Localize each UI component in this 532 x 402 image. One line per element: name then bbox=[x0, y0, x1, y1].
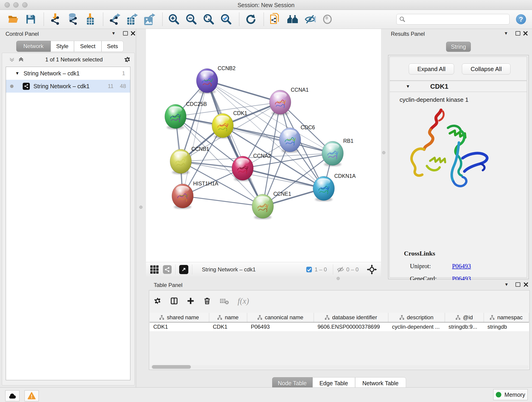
column-header[interactable]: shared name bbox=[150, 313, 209, 322]
column-header[interactable]: description bbox=[388, 313, 445, 322]
table-panel-menu-icon[interactable]: ▾ bbox=[505, 282, 508, 287]
network-node-cdkn1a[interactable]: CDKN1A bbox=[313, 173, 356, 201]
protein-structure-image bbox=[405, 106, 496, 195]
expand-all-button[interactable]: Expand All bbox=[409, 64, 454, 75]
results-panel-menu-icon[interactable]: ▾ bbox=[505, 31, 507, 36]
network-node-cdk1[interactable]: CDK1 bbox=[212, 110, 247, 139]
refresh-view-icon[interactable] bbox=[244, 13, 257, 26]
zoom-selected-icon[interactable] bbox=[220, 13, 233, 26]
search-input[interactable] bbox=[405, 16, 502, 23]
tab-style[interactable]: Style bbox=[51, 41, 74, 52]
import-table-icon[interactable] bbox=[84, 13, 96, 26]
columns-icon[interactable] bbox=[170, 297, 178, 305]
export-network-icon[interactable] bbox=[108, 13, 121, 26]
table-cell[interactable]: cyclin-dependent ... bbox=[388, 322, 445, 331]
network-graph[interactable]: CCNB2CCNA1CDC25BCDK1CDC6RB1CCNB1CCNA2CDK… bbox=[146, 29, 381, 262]
column-header[interactable]: canonical name bbox=[247, 313, 314, 322]
network-tree: ▼ String Network – cdk1 1 String Network… bbox=[6, 67, 130, 380]
gene-name: CDK1 bbox=[430, 83, 448, 90]
network-edge[interactable] bbox=[207, 81, 280, 102]
collapse-all-button[interactable]: Collapse All bbox=[462, 64, 510, 75]
warnings-button[interactable] bbox=[25, 390, 39, 401]
network-node-ccnb2[interactable]: CCNB2 bbox=[196, 65, 235, 94]
zoom-out-icon[interactable] bbox=[185, 13, 198, 26]
delete-column-icon[interactable] bbox=[203, 297, 211, 305]
network-collection-row[interactable]: ▼ String Network – cdk1 1 bbox=[6, 67, 130, 80]
results-panel-float-icon[interactable] bbox=[515, 31, 520, 36]
tab-network[interactable]: Network bbox=[16, 41, 51, 52]
add-column-icon[interactable] bbox=[187, 297, 195, 305]
network-node-rb1[interactable]: RB1 bbox=[322, 138, 354, 166]
control-panel-float-icon[interactable] bbox=[123, 31, 128, 36]
tab-sets[interactable]: Sets bbox=[101, 41, 123, 52]
hidden-eye-slash-icon[interactable] bbox=[337, 266, 344, 273]
selected-checkbox-icon[interactable] bbox=[306, 266, 312, 273]
network-view-canvas[interactable]: CCNB2CCNA1CDC25BCDK1CDC6RB1CCNB1CCNA2CDK… bbox=[146, 29, 381, 262]
table-header-row: shared namenamecanonical namedatabase id… bbox=[150, 313, 529, 322]
column-header[interactable]: @id bbox=[445, 313, 484, 322]
string-home-icon[interactable] bbox=[286, 13, 299, 26]
toolbar-separator bbox=[44, 13, 44, 26]
table-cell[interactable]: stringdb:9... bbox=[445, 322, 484, 331]
export-image-icon[interactable] bbox=[143, 13, 156, 26]
detach-view-icon[interactable] bbox=[179, 265, 188, 274]
delete-table-icon[interactable] bbox=[220, 297, 229, 305]
show-eye-icon[interactable] bbox=[321, 13, 334, 26]
branch-icon bbox=[258, 315, 262, 320]
network-edge[interactable] bbox=[223, 126, 333, 153]
branch-icon bbox=[159, 315, 164, 320]
column-header[interactable]: database identifier bbox=[314, 313, 388, 322]
toolbar-separator bbox=[264, 13, 264, 26]
table-cell[interactable]: P06493 bbox=[247, 322, 314, 331]
zoom-fit-icon[interactable] bbox=[202, 13, 215, 26]
collapse-all-icon[interactable] bbox=[9, 57, 15, 63]
zoom-in-icon[interactable] bbox=[167, 13, 180, 26]
table-horizontal-scrollbar[interactable] bbox=[151, 365, 529, 369]
column-header[interactable]: name bbox=[209, 313, 247, 322]
save-session-icon[interactable] bbox=[24, 13, 37, 26]
help-icon[interactable]: ? bbox=[516, 14, 526, 24]
scrollbar-thumb[interactable] bbox=[152, 365, 191, 369]
table-cell[interactable]: CDK1 bbox=[209, 322, 247, 331]
collection-expand-icon[interactable]: ▼ bbox=[15, 71, 19, 76]
control-panel-menu-icon[interactable]: ▾ bbox=[112, 31, 115, 36]
table-panel-float-icon[interactable] bbox=[515, 282, 520, 287]
column-header[interactable]: namespac bbox=[484, 313, 529, 322]
grid-view-icon[interactable] bbox=[150, 265, 159, 274]
left-splitter-handle[interactable] bbox=[139, 206, 143, 209]
network-edge[interactable] bbox=[183, 196, 263, 206]
control-panel-title: Control Panel bbox=[6, 31, 39, 37]
birdseye-navigator-icon[interactable] bbox=[367, 264, 377, 274]
expand-all-icon[interactable] bbox=[18, 57, 24, 63]
string-document-icon[interactable] bbox=[269, 13, 282, 26]
memory-button[interactable]: Memory bbox=[493, 389, 528, 400]
import-network-database-icon[interactable] bbox=[66, 13, 79, 26]
table-cell[interactable]: 9606.ENSP00000378699 bbox=[314, 322, 388, 331]
right-splitter-handle[interactable] bbox=[382, 151, 385, 154]
network-row-selected[interactable]: String Network – cdk1 11 48 bbox=[6, 80, 130, 93]
control-panel-close-icon[interactable] bbox=[131, 31, 135, 36]
gear-icon[interactable] bbox=[154, 297, 162, 305]
network-options-gear-icon[interactable] bbox=[124, 56, 131, 63]
table-cell[interactable]: CDK1 bbox=[150, 322, 209, 331]
open-session-icon[interactable] bbox=[7, 13, 20, 26]
import-network-file-icon[interactable] bbox=[49, 13, 62, 26]
network-node-hist1h1a[interactable]: HIST1H1A bbox=[172, 181, 219, 209]
bottom-splitter-handle[interactable] bbox=[336, 277, 340, 280]
hide-glasses-icon[interactable] bbox=[304, 13, 317, 26]
results-panel-close-icon[interactable] bbox=[523, 31, 528, 36]
crosslink-link[interactable]: P06493 bbox=[452, 263, 471, 270]
gene-description: cyclin-dependent kinase 1 bbox=[399, 96, 469, 103]
tab-select[interactable]: Select bbox=[74, 41, 101, 52]
gene-collapse-icon[interactable]: ▼ bbox=[406, 84, 410, 89]
export-table-icon[interactable] bbox=[126, 13, 138, 26]
cloud-button[interactable] bbox=[5, 390, 19, 401]
network-node-cdc6[interactable]: CDC6 bbox=[279, 124, 315, 153]
table-row[interactable]: CDK1CDK1P064939606.ENSP00000378699cyclin… bbox=[150, 322, 529, 331]
network-edge[interactable] bbox=[207, 81, 263, 206]
table-cell[interactable]: stringdb bbox=[484, 322, 529, 331]
tab-string[interactable]: String bbox=[446, 42, 471, 52]
table-panel-close-icon[interactable] bbox=[524, 282, 528, 287]
function-builder-icon[interactable]: f(x) bbox=[238, 296, 249, 306]
network-view-share-icon[interactable] bbox=[163, 265, 172, 274]
